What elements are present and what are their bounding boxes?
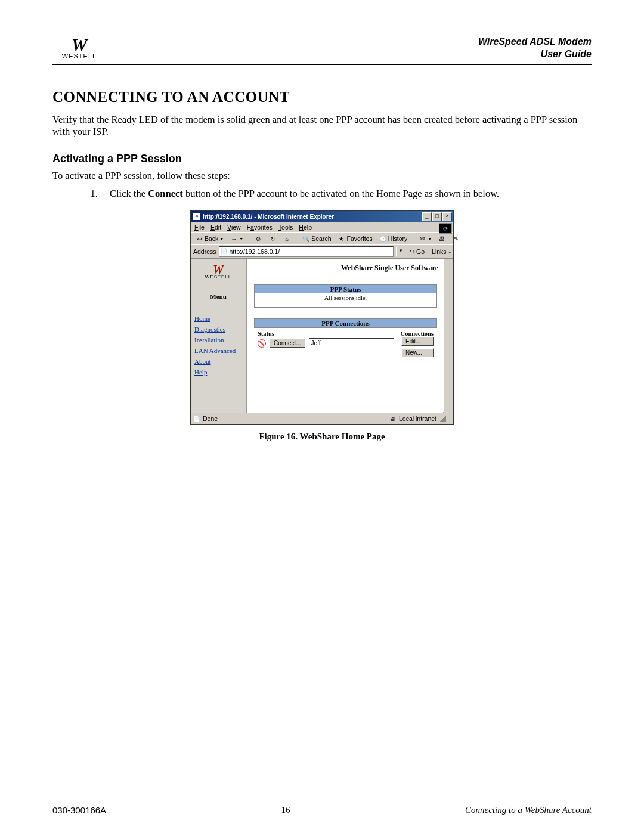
- back-button[interactable]: ↤Back ▼: [193, 234, 225, 243]
- forward-button[interactable]: →▼: [228, 234, 245, 243]
- print-button[interactable]: 🖶: [436, 234, 448, 243]
- new-button[interactable]: New...: [401, 348, 434, 357]
- favorites-button[interactable]: ★Favorites: [336, 234, 374, 243]
- menu-file[interactable]: File: [194, 224, 205, 231]
- step-1-suffix: button of the PPP account to be activate…: [183, 188, 499, 199]
- sidebar-logo-text: WESTELL: [196, 274, 241, 280]
- page-sidebar: W WESTELL Menu Home Diagnostics Installa…: [191, 259, 247, 413]
- maximize-button[interactable]: □: [432, 212, 442, 221]
- close-button[interactable]: ×: [442, 212, 452, 221]
- done-icon: 📄: [193, 415, 200, 422]
- history-icon: 🕑: [379, 234, 387, 243]
- dropdown-icon: ▼: [219, 237, 224, 241]
- menubar: File Edit View Favorites Tools Help ⟳: [191, 222, 453, 232]
- address-value: http://192.168.0.1/: [230, 248, 280, 255]
- sidebar-menu-heading: Menu: [191, 293, 246, 300]
- ppp-status-header: PPP Status: [255, 285, 436, 293]
- connection-name-input[interactable]: Jeff: [309, 338, 394, 348]
- menu-view[interactable]: View: [227, 224, 241, 231]
- ppp-status-table: PPP Status All sessions idle.: [254, 284, 437, 308]
- titlebar-text: http://192.168.0.1/ - Microsoft Internet…: [203, 213, 334, 220]
- address-label: Address: [193, 248, 216, 255]
- footer-section-name: Connecting to a WebShare Account: [465, 805, 592, 815]
- page-icon: 📄: [221, 248, 228, 255]
- edit-button[interactable]: Edit...: [401, 337, 434, 346]
- logo-block: W WESTELL: [52, 36, 106, 60]
- scroll-down-button[interactable]: ▼: [443, 403, 453, 413]
- mail-button[interactable]: ✉▼: [416, 234, 434, 243]
- edit-page-button[interactable]: ✎: [450, 234, 462, 243]
- sidebar-item-diagnostics[interactable]: Diagnostics: [194, 326, 242, 333]
- ppp-connections-block: PPP Connections Status Connections Conne…: [254, 318, 437, 357]
- logo-brand-text: WESTELL: [62, 52, 97, 60]
- toolbar: ↤Back ▼ →▼ ⊘ ↻ ⌂ 🔍Search ★Favorites 🕑His…: [191, 232, 453, 244]
- home-icon: ⌂: [283, 234, 291, 243]
- sidebar-item-help[interactable]: Help: [194, 368, 242, 376]
- edit-icon: ✎: [452, 234, 460, 243]
- favorites-icon: ★: [338, 234, 346, 243]
- ppp-status-body: All sessions idle.: [255, 293, 436, 307]
- sidebar-item-about[interactable]: About: [194, 358, 242, 365]
- sidebar-logo: W WESTELL: [191, 259, 246, 282]
- dropdown-icon: ▼: [239, 237, 243, 241]
- step-1-bold: Connect: [148, 188, 183, 199]
- stop-icon: ⊘: [254, 234, 262, 243]
- resize-grip-icon: [439, 415, 446, 422]
- intro-paragraph: Verify that the Ready LED of the modem i…: [52, 114, 592, 138]
- section-title: Activating a PPP Session: [52, 153, 592, 165]
- page-content-main: ▲ ▼ WebShare Single User Software PPP St…: [247, 259, 453, 413]
- footer-page-number: 16: [281, 805, 290, 815]
- address-input[interactable]: 📄 http://192.168.0.1/: [219, 246, 394, 257]
- refresh-icon: ↻: [268, 234, 277, 243]
- browser-viewport: W WESTELL Menu Home Diagnostics Installa…: [191, 258, 453, 413]
- links-button[interactable]: Links »: [429, 248, 451, 255]
- section-intro: To activate a PPP session, follow these …: [52, 170, 592, 182]
- connection-row: Connect... Jeff: [254, 338, 398, 348]
- status-done-text: Done: [203, 415, 218, 422]
- ie-icon: e: [193, 213, 200, 220]
- screenshot-window: e http://192.168.0.1/ - Microsoft Intern…: [190, 210, 454, 425]
- forward-arrow-icon: →: [230, 234, 238, 243]
- col-status: Status: [258, 330, 274, 337]
- sidebar-item-installation[interactable]: Installation: [194, 336, 242, 343]
- document-header: W WESTELL WireSpeed ADSL Modem User Guid…: [52, 36, 592, 65]
- back-arrow-icon: ↤: [195, 234, 203, 243]
- window-controls: _ □ ×: [422, 212, 452, 221]
- menu-favorites[interactable]: Favorites: [247, 224, 273, 231]
- software-title: WebShare Single User Software: [247, 259, 444, 284]
- sidebar-item-home[interactable]: Home: [194, 315, 242, 322]
- home-button[interactable]: ⌂: [281, 234, 293, 243]
- statusbar: 📄 Done 🖥 Local intranet: [191, 413, 453, 424]
- minimize-button[interactable]: _: [422, 212, 432, 221]
- scroll-up-button[interactable]: ▲: [443, 259, 453, 268]
- menu-tools[interactable]: Tools: [278, 224, 293, 231]
- sidebar-logo-mark: W: [196, 265, 241, 274]
- menu-edit[interactable]: Edit: [210, 224, 221, 231]
- col-connections: Connections: [401, 330, 434, 337]
- footer-doc-number: 030-300166A: [52, 805, 106, 815]
- ie-throbber-icon: ⟳: [439, 223, 452, 234]
- logo-mark: W: [72, 36, 88, 52]
- steps-list: Click the Connect button of the PPP acco…: [76, 188, 592, 200]
- menu-help[interactable]: Help: [299, 224, 312, 231]
- status-disconnected-icon: [258, 339, 266, 348]
- connect-button[interactable]: Connect...: [270, 339, 305, 348]
- history-button[interactable]: 🕑History: [377, 234, 410, 243]
- figure-caption: Figure 16. WebShare Home Page: [52, 432, 592, 442]
- stop-button[interactable]: ⊘: [252, 234, 264, 243]
- header-line1: WireSpeed ADSL Modem: [478, 36, 592, 47]
- header-line2: User Guide: [541, 49, 592, 59]
- zone-icon: 🖥: [389, 415, 397, 422]
- address-dropdown-button[interactable]: ▼: [396, 247, 405, 256]
- go-button[interactable]: ↪Go: [408, 248, 426, 255]
- document-page: W WESTELL WireSpeed ADSL Modem User Guid…: [0, 0, 644, 833]
- sidebar-item-lan-advanced[interactable]: LAN Advanced: [194, 347, 242, 354]
- step-1-prefix: Click the: [110, 188, 148, 199]
- step-1: Click the Connect button of the PPP acco…: [100, 188, 592, 200]
- ppp-connections-header: PPP Connections: [254, 318, 437, 328]
- print-icon: 🖶: [438, 234, 446, 243]
- search-icon: 🔍: [302, 234, 310, 243]
- search-button[interactable]: 🔍Search: [300, 234, 333, 243]
- titlebar: e http://192.168.0.1/ - Microsoft Intern…: [191, 211, 453, 222]
- refresh-button[interactable]: ↻: [267, 234, 278, 243]
